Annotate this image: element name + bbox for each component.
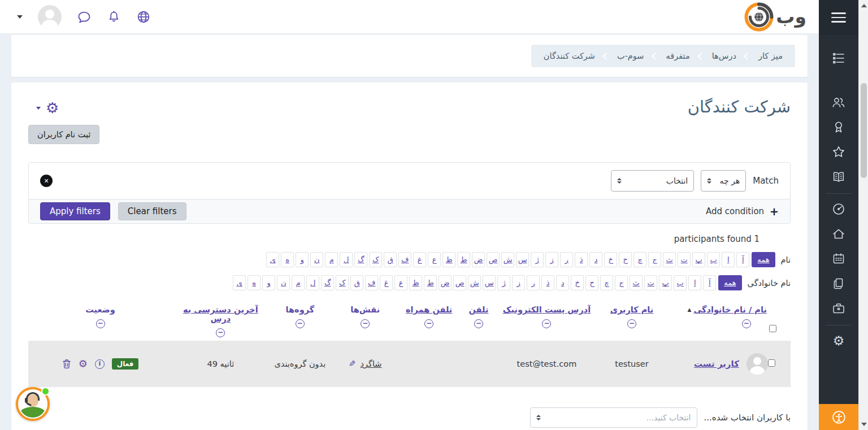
letter-filter[interactable]: م <box>292 275 305 290</box>
sidebar-menu-toggle[interactable] <box>819 0 858 35</box>
notifications-button[interactable] <box>107 10 121 24</box>
sidebar-item-content-bank[interactable] <box>831 301 846 316</box>
collapse-column-icon[interactable] <box>424 319 433 328</box>
unenrol-trash-icon[interactable] <box>62 359 71 369</box>
letter-filter[interactable]: ظ <box>442 252 455 267</box>
letter-filter[interactable]: ذ <box>575 252 588 267</box>
enrolment-gear-icon[interactable] <box>79 359 88 369</box>
letter-filter[interactable]: ش <box>501 252 514 267</box>
letter-filter[interactable]: ه <box>281 252 294 267</box>
sidebar-item-list[interactable] <box>831 51 846 66</box>
scrollbar-down-arrow[interactable] <box>861 423 867 426</box>
scrollbar-thumb[interactable] <box>861 83 867 178</box>
letter-filter[interactable]: پ <box>659 275 672 290</box>
letter-filter[interactable]: ط <box>424 275 437 290</box>
user-row-avatar[interactable] <box>747 353 768 375</box>
collapse-column-icon[interactable] <box>474 319 483 328</box>
letter-filter[interactable]: ج <box>615 275 628 290</box>
info-icon[interactable] <box>95 359 105 369</box>
clear-filters-button[interactable]: Clear filters <box>118 202 186 220</box>
bulk-actions-select[interactable]: انتخاب کنید... <box>530 407 697 428</box>
letter-filter[interactable]: ک <box>369 252 382 267</box>
enrol-users-button[interactable]: ثبت نام کاربران <box>28 125 99 144</box>
letter-filter[interactable]: ن <box>277 275 290 290</box>
page-scrollbar[interactable] <box>858 0 868 430</box>
messages-button[interactable] <box>77 10 92 24</box>
condition-type-select[interactable]: انتخاب <box>611 170 694 192</box>
letter-filter[interactable]: ر <box>527 275 540 290</box>
page-actions-menu[interactable] <box>36 101 59 115</box>
letter-filter[interactable]: ع <box>394 275 407 290</box>
collapse-column-icon[interactable] <box>742 319 751 328</box>
letter-filter[interactable]: ق <box>350 275 363 290</box>
letter-filter[interactable]: ی <box>233 275 246 290</box>
apply-filters-button[interactable]: Apply filters <box>40 202 110 220</box>
collapse-column-icon[interactable] <box>296 319 305 328</box>
scrollbar-up-arrow[interactable] <box>861 4 867 7</box>
letter-filter[interactable]: س <box>483 275 496 290</box>
sidebar-item-settings[interactable] <box>831 333 846 348</box>
sidebar-item-home[interactable] <box>831 227 846 241</box>
sidebar-item-starred[interactable] <box>831 145 846 159</box>
letter-filter[interactable]: و <box>262 275 275 290</box>
sidebar-item-calendar[interactable] <box>831 251 846 266</box>
role-value[interactable]: شاگرد <box>361 359 382 368</box>
match-select[interactable]: هر چه <box>701 170 746 192</box>
letter-filter[interactable]: ل <box>306 275 319 290</box>
collapse-column-icon[interactable] <box>96 319 105 328</box>
breadcrumb-item[interactable]: شرکت کنندگان <box>544 51 595 60</box>
letter-filter[interactable]: ف <box>365 275 378 290</box>
letter-filter[interactable]: ف <box>398 252 411 267</box>
letter-filter[interactable]: چ <box>633 252 646 267</box>
support-chat-button[interactable] <box>16 387 50 421</box>
breadcrumb-item[interactable]: سوم-ب <box>617 51 644 60</box>
letter-filter[interactable]: ض <box>472 252 485 267</box>
remove-filter-row-button[interactable] <box>40 175 53 187</box>
sort-mobile-header[interactable]: تلفن همراه <box>406 305 452 314</box>
letter-filter[interactable]: آ <box>703 275 716 290</box>
letter-filter[interactable]: ط <box>457 252 470 267</box>
select-user-checkbox[interactable] <box>768 359 775 367</box>
letter-filter[interactable]: ض <box>439 275 452 290</box>
collapse-column-icon[interactable] <box>542 319 551 328</box>
sidebar-item-courses[interactable] <box>831 170 846 184</box>
site-logo[interactable]: وب <box>744 2 806 32</box>
breadcrumb-item[interactable]: متفرقه <box>666 51 690 60</box>
letter-filter[interactable]: ح <box>585 275 598 290</box>
letter-filter[interactable]: ه <box>248 275 261 290</box>
collapse-column-icon[interactable] <box>627 319 636 328</box>
letter-filter[interactable]: ر <box>560 252 573 267</box>
letter-filter[interactable]: د <box>589 252 602 267</box>
letter-filter[interactable]: خ <box>604 252 617 267</box>
edit-roles-pencil-icon[interactable] <box>349 359 356 369</box>
sidebar-item-participants[interactable] <box>831 95 846 110</box>
letter-filter[interactable]: ا <box>688 275 701 290</box>
letter-filter[interactable]: و <box>296 252 309 267</box>
sort-username-header[interactable]: نام کاربری <box>610 305 654 314</box>
letter-filter[interactable]: ت <box>644 275 657 290</box>
letter-filter[interactable]: آ <box>736 252 749 267</box>
letter-filter[interactable]: ک <box>336 275 349 290</box>
letter-filter[interactable]: ص <box>453 275 466 290</box>
letter-filter[interactable]: ت <box>678 252 691 267</box>
letter-filter[interactable]: ع <box>428 252 441 267</box>
user-menu-caret-icon[interactable] <box>17 15 23 19</box>
user-avatar[interactable] <box>38 5 62 29</box>
letter-filter[interactable]: ز <box>512 275 525 290</box>
letter-filter[interactable]: د <box>556 275 569 290</box>
sort-email-header[interactable]: آدرس پست الکترونیک <box>503 305 591 314</box>
collapse-column-icon[interactable] <box>216 328 225 337</box>
letter-filter[interactable]: ث <box>630 275 643 290</box>
sort-last-access-header[interactable]: آخرین دسترسی به درس <box>183 305 258 323</box>
user-name-link[interactable]: کاربر تست <box>694 359 739 369</box>
sidebar-item-badges[interactable] <box>831 120 846 134</box>
letter-filter[interactable]: ی <box>266 252 279 267</box>
last-name-all-button[interactable]: همه <box>718 275 741 290</box>
first-name-all-button[interactable]: همه <box>752 252 775 267</box>
accessibility-button[interactable] <box>819 404 858 430</box>
letter-filter[interactable]: غ <box>380 275 393 290</box>
letter-filter[interactable]: ژ <box>531 252 544 267</box>
letter-filter[interactable]: پ <box>692 252 705 267</box>
letter-filter[interactable]: چ <box>600 275 613 290</box>
sidebar-item-files[interactable] <box>831 276 846 291</box>
